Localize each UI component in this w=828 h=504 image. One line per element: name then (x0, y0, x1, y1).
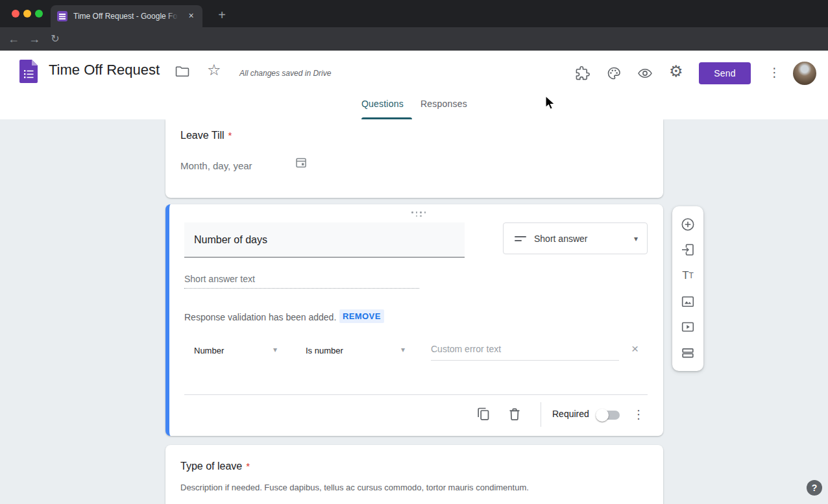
validation-condition-dropdown[interactable]: Is number (306, 346, 343, 355)
help-button[interactable]: ? (807, 480, 822, 496)
reload-icon[interactable]: ↻ (47, 30, 64, 47)
answer-placeholder: Short answer text (184, 274, 255, 284)
duplicate-icon[interactable] (476, 407, 491, 422)
footer-divider (541, 402, 541, 427)
minimize-window-button[interactable] (23, 10, 31, 18)
trash-icon[interactable] (508, 407, 521, 422)
tab-questions[interactable]: Questions (361, 99, 404, 109)
settings-gear-icon[interactable]: ⚙ (669, 62, 683, 80)
form-nav-tabs: Questions Responses (0, 92, 828, 119)
question-type-dropdown[interactable]: Short answer ▾ (503, 222, 648, 254)
validation-note: Response validation has been added. (184, 312, 336, 322)
add-video-icon[interactable] (680, 319, 696, 335)
tab-responses[interactable]: Responses (420, 99, 467, 109)
question-title: Type of leave* (180, 461, 250, 472)
send-button[interactable]: Send (699, 62, 751, 84)
form-canvas: Leave Till* Month, day, year Short answe… (0, 119, 828, 504)
google-forms-logo-icon[interactable] (19, 60, 38, 83)
new-tab-button[interactable]: + (213, 6, 231, 25)
form-title[interactable]: Time Off Request (49, 62, 160, 78)
remove-validation-link[interactable]: REMOVE (339, 309, 384, 323)
required-label: Required (552, 409, 589, 419)
question-type-label: Short answer (534, 234, 634, 244)
add-image-icon[interactable] (680, 294, 696, 309)
close-validation-icon[interactable]: × (631, 342, 639, 356)
move-folder-icon[interactable] (175, 66, 189, 77)
close-window-button[interactable] (12, 10, 19, 18)
question-title: Leave Till* (180, 130, 232, 141)
add-question-icon[interactable] (680, 217, 696, 232)
card-footer-toolbar: Required ⋮ (169, 399, 663, 430)
question-description: Description if needed. Fusce dapibus, te… (180, 483, 529, 492)
browser-tab[interactable]: Time Off Request - Google For × (51, 5, 202, 27)
validation-type-dropdown[interactable]: Number (194, 346, 224, 355)
question-more-options-icon[interactable]: ⋮ (633, 405, 644, 424)
answer-underline (184, 288, 419, 289)
chevron-down-icon: ▾ (634, 234, 638, 243)
drag-handle[interactable] (411, 211, 426, 217)
back-icon[interactable]: ← (5, 30, 22, 47)
custom-error-input[interactable] (431, 337, 619, 361)
add-title-text-icon[interactable]: TT (680, 268, 696, 283)
add-section-icon[interactable] (680, 345, 696, 361)
tab-close-icon[interactable]: × (186, 10, 197, 21)
save-status: All changes saved in Drive (239, 69, 331, 78)
question-title-input[interactable] (184, 222, 465, 258)
required-asterisk: * (246, 461, 250, 472)
star-form-icon[interactable]: ☆ (207, 61, 221, 79)
browser-tab-strip: Time Off Request - Google For × + (0, 0, 828, 27)
theme-palette-icon[interactable] (606, 66, 622, 81)
forms-favicon-icon (57, 11, 67, 21)
forms-header: Time Off Request ☆ All changes saved in … (0, 51, 828, 92)
chevron-down-icon[interactable]: ▾ (273, 345, 277, 354)
required-asterisk: * (228, 130, 232, 141)
account-avatar[interactable] (793, 62, 816, 85)
question-card-number-of-days[interactable]: Short answer ▾ Short answer text Respons… (165, 204, 663, 436)
calendar-icon (295, 156, 307, 169)
addons-puzzle-icon[interactable] (575, 66, 591, 81)
short-answer-icon (515, 236, 526, 241)
question-card-leave-till[interactable]: Leave Till* Month, day, year (165, 119, 663, 198)
side-toolbar: TT (672, 206, 703, 371)
more-options-icon[interactable]: ⋮ (768, 63, 779, 82)
required-toggle[interactable] (598, 411, 620, 420)
chevron-down-icon[interactable]: ▾ (401, 345, 405, 354)
forward-icon[interactable]: → (26, 30, 43, 47)
browser-toolbar: ← → ↻ docs.google.com/forms/d/1qGUoqlTCo… (0, 27, 828, 51)
preview-eye-icon[interactable] (637, 66, 653, 81)
maximize-window-button[interactable] (35, 10, 43, 18)
question-card-type-of-leave[interactable]: Type of leave* Description if needed. Fu… (165, 445, 663, 504)
date-placeholder: Month, day, year (180, 160, 252, 171)
import-questions-icon[interactable] (680, 242, 696, 258)
card-divider (184, 394, 648, 395)
